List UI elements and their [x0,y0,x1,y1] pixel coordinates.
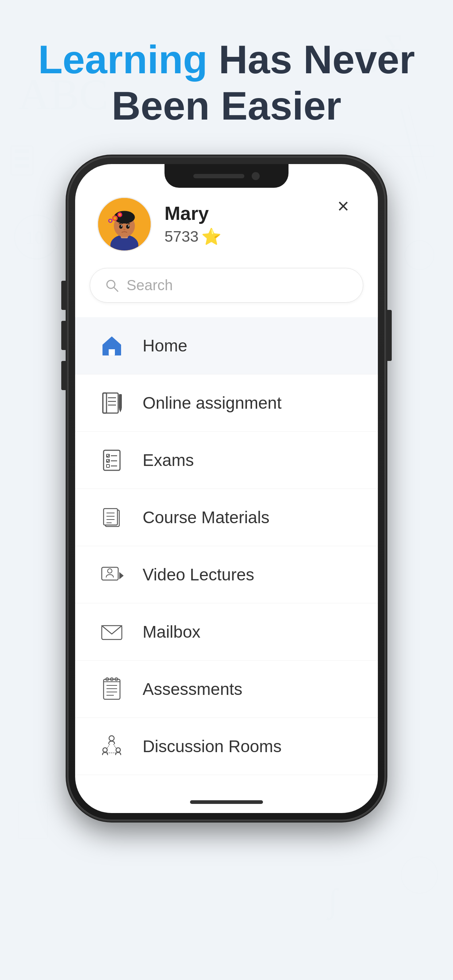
menu-label-discussion: Discussion Rooms [143,737,282,756]
svg-point-26 [109,220,112,222]
notch-camera [252,172,260,180]
svg-point-69 [103,748,107,752]
profile-section: Mary 5733 ⭐ [97,197,222,251]
svg-point-11 [405,240,434,270]
svg-rect-35 [103,393,118,413]
svg-point-28 [126,224,130,229]
assessments-icon [97,675,126,704]
phone-notch [164,164,289,188]
stars-count: 5733 [164,228,198,245]
svg-point-56 [108,569,112,573]
header-section: Learning Has Never Been Easier [0,37,453,129]
menu-label-assignment: Online assignment [143,393,282,413]
svg-point-31 [123,229,126,230]
search-icon [105,278,119,293]
svg-rect-10 [383,146,434,157]
home-icon [97,331,126,360]
star-icon: ⭐ [201,227,222,246]
menu-list: Home [75,317,378,791]
close-button[interactable]: × [330,193,356,219]
title-rest: Has Never [207,37,415,82]
svg-rect-55 [102,567,118,580]
menu-item-assessments[interactable]: Assessments [75,660,378,718]
mail-icon [97,617,126,646]
menu-item-video-lectures[interactable]: Video Lectures [75,546,378,603]
svg-rect-42 [104,450,120,470]
svg-point-27 [119,224,123,229]
profile-info: Mary 5733 ⭐ [164,202,222,246]
svg-rect-47 [107,465,109,468]
profile-stars: 5733 ⭐ [164,227,222,246]
svg-point-70 [116,748,120,752]
svg-rect-40 [119,394,122,409]
profile-name: Mary [164,202,222,224]
assignment-icon [97,388,126,417]
video-icon [97,560,126,589]
phone-mockup: × [68,157,385,820]
menu-label-assessments: Assessments [143,679,242,699]
menu-label-home: Home [143,336,187,355]
search-bar[interactable]: Search [90,268,363,302]
svg-point-29 [121,225,122,226]
svg-rect-59 [104,679,120,699]
search-container[interactable]: Search [90,268,363,302]
menu-label-video: Video Lectures [143,565,254,584]
svg-rect-13 [18,802,48,838]
avatar [97,197,152,251]
svg-point-30 [128,225,129,226]
svg-rect-3 [14,150,29,153]
svg-rect-34 [109,349,115,355]
discussion-icon [97,732,126,761]
close-icon: × [337,196,349,216]
title-learning: Learning [38,37,207,82]
menu-item-exams[interactable]: Exams [75,432,378,489]
menu-item-course-materials[interactable]: Course Materials [75,489,378,546]
menu-item-home[interactable]: Home [75,317,378,374]
svg-text:∫: ∫ [327,882,339,921]
menu-item-discussion[interactable]: Discussion Rooms [75,718,378,775]
calendar-icon [97,789,126,791]
svg-point-14 [401,857,438,893]
menu-label-mailbox: Mailbox [143,622,201,642]
svg-point-24 [118,214,121,216]
svg-rect-5 [14,164,29,168]
page-title: Learning Has Never Been Easier [0,37,453,129]
menu-label-exams: Exams [143,450,194,470]
menu-item-online-assignment[interactable]: Online assignment [75,374,378,432]
menu-item-mailbox[interactable]: Mailbox [75,603,378,660]
search-placeholder: Search [126,277,348,293]
notch-speaker [193,174,244,178]
menu-item-weekly-plan[interactable]: Weekly Plan [75,775,378,791]
svg-marker-57 [119,572,124,579]
svg-point-22 [113,217,116,220]
menu-label-course: Course Materials [143,508,270,527]
svg-rect-36 [103,393,107,413]
svg-marker-41 [119,409,122,412]
svg-rect-4 [14,157,29,161]
phone-inner: × [75,164,378,813]
phone-outer: × [68,157,385,820]
exams-icon [97,445,126,475]
svg-point-68 [109,736,114,741]
home-indicator [190,800,263,804]
svg-text:10: 10 [26,227,44,248]
title-line2: Been Easier [112,83,341,128]
svg-line-33 [114,287,118,291]
course-icon [97,503,126,532]
